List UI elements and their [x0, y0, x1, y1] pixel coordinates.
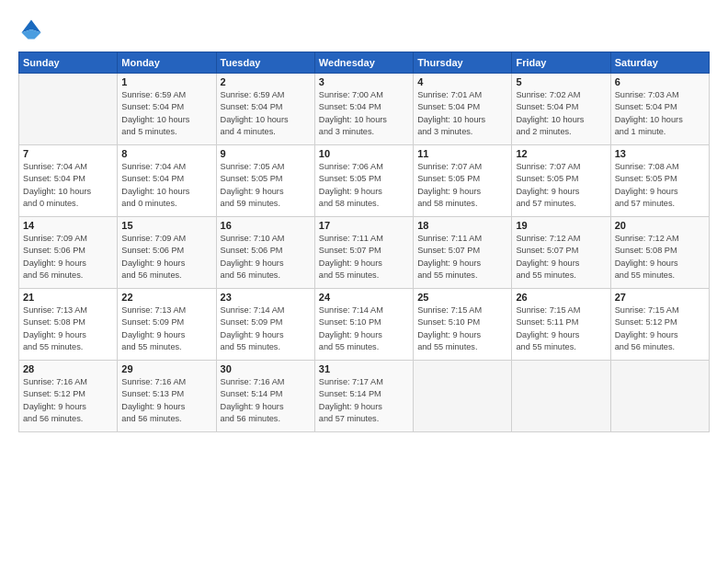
day-cell: 22Sunrise: 7:13 AMSunset: 5:09 PMDayligh…	[118, 289, 216, 361]
logo	[18, 17, 48, 42]
header-day-sunday: Sunday	[19, 52, 118, 74]
header-day-wednesday: Wednesday	[314, 52, 413, 74]
day-info: Sunrise: 7:11 AMSunset: 5:07 PMDaylight:…	[319, 233, 409, 282]
calendar-header: SundayMondayTuesdayWednesdayThursdayFrid…	[19, 52, 710, 74]
day-info: Sunrise: 7:08 AMSunset: 5:05 PMDaylight:…	[615, 161, 705, 210]
week-row-0: 1Sunrise: 6:59 AMSunset: 5:04 PMDaylight…	[19, 74, 710, 145]
day-number: 14	[23, 220, 113, 231]
day-cell: 19Sunrise: 7:12 AMSunset: 5:07 PMDayligh…	[512, 217, 610, 289]
day-info: Sunrise: 7:07 AMSunset: 5:05 PMDaylight:…	[417, 161, 507, 210]
day-info: Sunrise: 7:03 AMSunset: 5:04 PMDaylight:…	[615, 89, 705, 138]
day-number: 11	[417, 148, 507, 159]
day-cell	[414, 361, 512, 432]
header-day-monday: Monday	[118, 52, 216, 74]
day-info: Sunrise: 7:14 AMSunset: 5:10 PMDaylight:…	[319, 304, 409, 353]
week-row-2: 14Sunrise: 7:09 AMSunset: 5:06 PMDayligh…	[19, 217, 710, 289]
day-info: Sunrise: 7:00 AMSunset: 5:04 PMDaylight:…	[319, 89, 409, 138]
day-number: 17	[319, 220, 409, 231]
header-day-tuesday: Tuesday	[216, 52, 314, 74]
day-number: 5	[516, 76, 606, 87]
day-number: 13	[615, 148, 705, 159]
day-info: Sunrise: 7:05 AMSunset: 5:05 PMDaylight:…	[221, 161, 311, 210]
day-number: 2	[221, 76, 311, 87]
day-cell: 12Sunrise: 7:07 AMSunset: 5:05 PMDayligh…	[512, 145, 610, 217]
day-number: 28	[23, 363, 113, 374]
day-cell: 11Sunrise: 7:07 AMSunset: 5:05 PMDayligh…	[414, 145, 512, 217]
calendar-table: SundayMondayTuesdayWednesdayThursdayFrid…	[18, 52, 710, 432]
day-info: Sunrise: 7:15 AMSunset: 5:10 PMDaylight:…	[417, 304, 507, 353]
day-number: 3	[319, 76, 409, 87]
day-cell: 8Sunrise: 7:04 AMSunset: 5:04 PMDaylight…	[118, 145, 216, 217]
day-cell	[512, 361, 610, 432]
day-number: 23	[221, 292, 311, 303]
day-cell: 7Sunrise: 7:04 AMSunset: 5:04 PMDaylight…	[19, 145, 118, 217]
week-row-4: 28Sunrise: 7:16 AMSunset: 5:12 PMDayligh…	[19, 361, 710, 432]
day-cell: 3Sunrise: 7:00 AMSunset: 5:04 PMDaylight…	[314, 74, 413, 145]
day-cell: 6Sunrise: 7:03 AMSunset: 5:04 PMDaylight…	[610, 74, 709, 145]
day-number: 20	[615, 220, 705, 231]
day-info: Sunrise: 7:02 AMSunset: 5:04 PMDaylight:…	[516, 89, 606, 138]
day-number: 31	[319, 363, 409, 374]
day-cell: 18Sunrise: 7:11 AMSunset: 5:07 PMDayligh…	[414, 217, 512, 289]
day-number: 27	[615, 292, 705, 303]
calendar-body: 1Sunrise: 6:59 AMSunset: 5:04 PMDaylight…	[19, 74, 710, 432]
day-info: Sunrise: 7:07 AMSunset: 5:05 PMDaylight:…	[516, 161, 606, 210]
day-info: Sunrise: 7:15 AMSunset: 5:11 PMDaylight:…	[516, 304, 606, 353]
day-cell: 23Sunrise: 7:14 AMSunset: 5:09 PMDayligh…	[216, 289, 314, 361]
day-cell: 4Sunrise: 7:01 AMSunset: 5:04 PMDaylight…	[414, 74, 512, 145]
day-cell: 1Sunrise: 6:59 AMSunset: 5:04 PMDaylight…	[118, 74, 216, 145]
day-info: Sunrise: 7:04 AMSunset: 5:04 PMDaylight:…	[23, 161, 113, 210]
day-cell: 21Sunrise: 7:13 AMSunset: 5:08 PMDayligh…	[19, 289, 118, 361]
day-number: 16	[221, 220, 311, 231]
day-cell: 17Sunrise: 7:11 AMSunset: 5:07 PMDayligh…	[314, 217, 413, 289]
day-info: Sunrise: 7:13 AMSunset: 5:09 PMDaylight:…	[121, 304, 211, 353]
day-cell: 27Sunrise: 7:15 AMSunset: 5:12 PMDayligh…	[610, 289, 709, 361]
day-info: Sunrise: 7:06 AMSunset: 5:05 PMDaylight:…	[319, 161, 409, 210]
day-cell: 10Sunrise: 7:06 AMSunset: 5:05 PMDayligh…	[314, 145, 413, 217]
page: SundayMondayTuesdayWednesdayThursdayFrid…	[0, 0, 728, 563]
day-cell: 26Sunrise: 7:15 AMSunset: 5:11 PMDayligh…	[512, 289, 610, 361]
day-info: Sunrise: 7:15 AMSunset: 5:12 PMDaylight:…	[615, 304, 705, 353]
week-row-3: 21Sunrise: 7:13 AMSunset: 5:08 PMDayligh…	[19, 289, 710, 361]
day-number: 29	[121, 363, 211, 374]
day-info: Sunrise: 7:13 AMSunset: 5:08 PMDaylight:…	[23, 304, 113, 353]
day-info: Sunrise: 7:14 AMSunset: 5:09 PMDaylight:…	[221, 304, 311, 353]
header-day-friday: Friday	[512, 52, 610, 74]
day-cell	[19, 74, 118, 145]
day-number: 25	[417, 292, 507, 303]
day-number: 1	[121, 76, 211, 87]
day-cell: 30Sunrise: 7:16 AMSunset: 5:14 PMDayligh…	[216, 361, 314, 432]
day-number: 18	[417, 220, 507, 231]
day-cell: 14Sunrise: 7:09 AMSunset: 5:06 PMDayligh…	[19, 217, 118, 289]
day-number: 10	[319, 148, 409, 159]
day-cell: 15Sunrise: 7:09 AMSunset: 5:06 PMDayligh…	[118, 217, 216, 289]
day-info: Sunrise: 7:17 AMSunset: 5:14 PMDaylight:…	[319, 376, 409, 425]
header	[18, 17, 710, 42]
day-number: 12	[516, 148, 606, 159]
day-number: 24	[319, 292, 409, 303]
day-cell: 20Sunrise: 7:12 AMSunset: 5:08 PMDayligh…	[610, 217, 709, 289]
day-info: Sunrise: 7:16 AMSunset: 5:12 PMDaylight:…	[23, 376, 113, 425]
day-number: 8	[121, 148, 211, 159]
day-cell	[610, 361, 709, 432]
day-cell: 5Sunrise: 7:02 AMSunset: 5:04 PMDaylight…	[512, 74, 610, 145]
day-info: Sunrise: 7:12 AMSunset: 5:08 PMDaylight:…	[615, 233, 705, 282]
header-day-thursday: Thursday	[414, 52, 512, 74]
day-cell: 25Sunrise: 7:15 AMSunset: 5:10 PMDayligh…	[414, 289, 512, 361]
day-info: Sunrise: 6:59 AMSunset: 5:04 PMDaylight:…	[221, 89, 311, 138]
day-number: 19	[516, 220, 606, 231]
day-info: Sunrise: 7:10 AMSunset: 5:06 PMDaylight:…	[221, 233, 311, 282]
day-number: 6	[615, 76, 705, 87]
day-number: 26	[516, 292, 606, 303]
day-number: 4	[417, 76, 507, 87]
day-info: Sunrise: 6:59 AMSunset: 5:04 PMDaylight:…	[121, 89, 211, 138]
day-info: Sunrise: 7:09 AMSunset: 5:06 PMDaylight:…	[23, 233, 113, 282]
day-number: 7	[23, 148, 113, 159]
logo-icon	[18, 17, 44, 42]
day-cell: 29Sunrise: 7:16 AMSunset: 5:13 PMDayligh…	[118, 361, 216, 432]
day-cell: 2Sunrise: 6:59 AMSunset: 5:04 PMDaylight…	[216, 74, 314, 145]
day-cell: 28Sunrise: 7:16 AMSunset: 5:12 PMDayligh…	[19, 361, 118, 432]
day-info: Sunrise: 7:16 AMSunset: 5:14 PMDaylight:…	[221, 376, 311, 425]
day-cell: 24Sunrise: 7:14 AMSunset: 5:10 PMDayligh…	[314, 289, 413, 361]
day-number: 15	[121, 220, 211, 231]
